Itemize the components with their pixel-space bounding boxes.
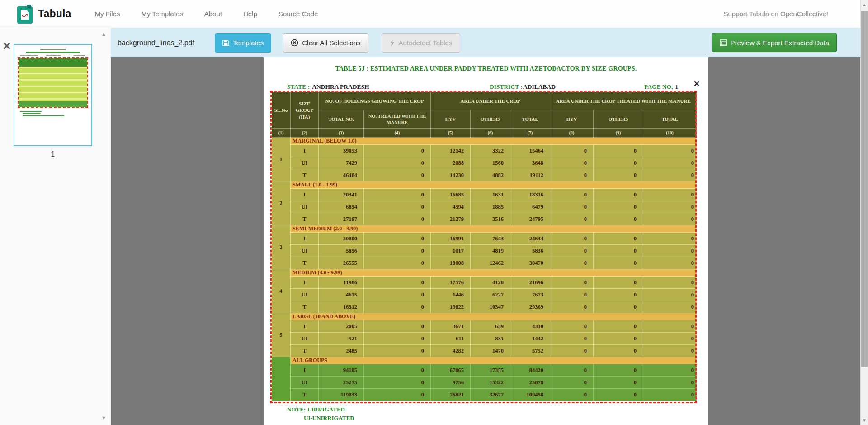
thumb-meta-line xyxy=(46,55,61,56)
selection-close-icon[interactable]: ✕ xyxy=(693,80,700,88)
navbar: Tabula My Files My Templates About Help … xyxy=(0,0,868,28)
lightning-bolt-icon xyxy=(389,39,395,47)
nav-help[interactable]: Help xyxy=(243,10,257,18)
thumb-note-line xyxy=(20,111,42,112)
thumb-title-line xyxy=(40,49,66,50)
thumb-selection-outline xyxy=(18,57,88,108)
page-no-field: PAGE NO.1 xyxy=(644,83,678,91)
pdf-note-unirrigated: UI-UNIRRIGATED xyxy=(304,415,354,422)
district-field: DISTRICT :ADILABAD xyxy=(490,83,556,91)
thumb-note-line xyxy=(23,115,64,116)
pdf-viewer-area: TABLE 5J : ESTIMATED AREA UNDER PADDY TR… xyxy=(111,57,860,425)
circle-x-icon xyxy=(291,39,298,47)
thumb-note-line xyxy=(23,113,41,114)
thumbnail-remove-icon[interactable]: ✕ xyxy=(2,41,11,52)
state-field: STATE :ANDHRA PRADESH xyxy=(287,83,369,91)
clear-all-selections-button[interactable]: Clear All Selections xyxy=(283,33,368,53)
toolbar: background_lines_2.pdf Templates Clear A… xyxy=(111,28,860,57)
save-icon xyxy=(222,39,229,46)
thumb-meta-line xyxy=(73,55,85,56)
sidebar-scroll-down-icon[interactable]: ▼ xyxy=(101,415,106,420)
brand-title: Tabula xyxy=(38,8,71,20)
autodetect-tables-button[interactable]: Autodetect Tables xyxy=(382,33,460,53)
tabula-logo-icon xyxy=(17,5,33,24)
table-selection-box[interactable] xyxy=(270,91,697,403)
nav-links: My Files My Templates About Help Source … xyxy=(95,10,318,18)
sidebar-scroll-up-icon[interactable]: ▲ xyxy=(101,32,106,37)
thumbnail-page-number: 1 xyxy=(14,150,92,158)
pdf-note-irrigated: NOTE: I-IRRIGATED xyxy=(287,406,345,413)
preview-export-button[interactable]: Preview & Export Extracted Data xyxy=(712,33,837,52)
table-list-icon xyxy=(720,39,727,46)
support-link[interactable]: Support Tabula on OpenCollective! xyxy=(723,10,828,18)
scrollbar-up-icon[interactable]: ▲ xyxy=(861,2,868,7)
templates-button[interactable]: Templates xyxy=(215,33,271,53)
page-thumbnail[interactable] xyxy=(14,44,92,146)
nav-my-files[interactable]: My Files xyxy=(95,10,120,18)
nav-my-templates[interactable]: My Templates xyxy=(141,10,183,18)
thumb-subtitle-line xyxy=(26,52,80,53)
pdf-page[interactable]: TABLE 5J : ESTIMATED AREA UNDER PADDY TR… xyxy=(264,57,708,425)
nav-about[interactable]: About xyxy=(204,10,222,18)
window-scrollbar[interactable]: ▲ ▼ xyxy=(860,0,868,425)
pdf-table-title: TABLE 5J : ESTIMATED AREA UNDER PADDY TR… xyxy=(264,65,708,72)
thumbnail-mini-table xyxy=(19,58,87,107)
page-thumbnail-sidebar: ▲ ✕ 1 ▼ xyxy=(0,28,111,425)
document-filename: background_lines_2.pdf xyxy=(118,39,194,47)
nav-source-code[interactable]: Source Code xyxy=(278,10,318,18)
thumb-meta-line xyxy=(20,55,38,56)
scrollbar-down-icon[interactable]: ▼ xyxy=(861,418,868,423)
scrollbar-thumb[interactable] xyxy=(861,11,868,367)
